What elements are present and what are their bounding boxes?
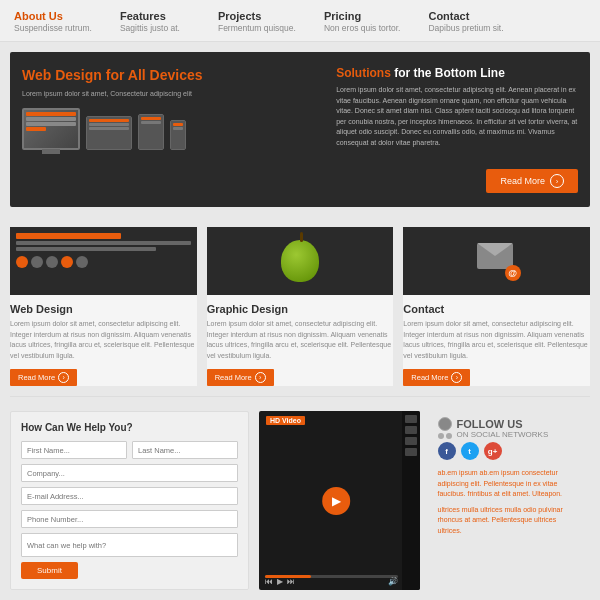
webdesign-icon-1 (16, 256, 28, 268)
device-monitor-icon (22, 108, 80, 150)
email-input[interactable] (21, 487, 238, 505)
card-web-design-arrow-icon: › (58, 372, 69, 383)
nav-item-about[interactable]: About Us Suspendisse rutrum. (14, 10, 92, 33)
nav-item-projects[interactable]: Projects Fermentum quisque. (218, 10, 296, 33)
form-title: How Can We Help You? (21, 422, 238, 433)
video-next-icon[interactable]: ⏭ (287, 577, 295, 586)
card-contact-arrow-icon: › (451, 372, 462, 383)
form-company-row (21, 464, 238, 482)
form-name-row (21, 441, 238, 459)
hero-devices (22, 108, 312, 150)
card-web-design-text: Lorem ipsum dolor sit amet, consectetur … (10, 319, 197, 361)
video-sidebar (402, 411, 420, 590)
video-sidebar-btn-4[interactable] (405, 448, 417, 456)
hero-solution-title: Solutions for the Bottom Line (336, 66, 578, 80)
last-name-input[interactable] (132, 441, 238, 459)
social-text-1-highlight: ab.em ipsum (438, 469, 478, 476)
social-text-1: ab.em ipsum ab.em ipsum consectetur adip… (438, 468, 582, 500)
card-web-design-btn-label: Read More (18, 373, 55, 382)
nav-sub-projects: Fermentum quisque. (218, 23, 296, 33)
message-input[interactable] (21, 533, 238, 557)
hero-subtitle: Lorem ipsum dolor sit amet, Consectetur … (22, 89, 202, 100)
card-graphic-design-text: Lorem ipsum dolor sit amet, consectetur … (207, 319, 394, 361)
card-contact-image: @ (403, 227, 590, 295)
social-section: FOLLOW US ON SOCIAL NETWORKS f t g+ ab.e… (430, 411, 590, 590)
social-header: FOLLOW US ON SOCIAL NETWORKS (438, 417, 582, 439)
read-more-arrow-icon: › (550, 174, 564, 188)
card-web-design-button[interactable]: Read More › (10, 369, 77, 386)
device-tablet-icon (138, 114, 164, 150)
webdesign-row-1 (16, 233, 121, 239)
read-more-button[interactable]: Read More › (486, 169, 578, 193)
video-label: HD Video (266, 416, 305, 425)
nav-title-about: About Us (14, 10, 92, 22)
nav-title-pricing: Pricing (324, 10, 401, 22)
video-play-icon[interactable]: ▶ (277, 577, 283, 586)
contact-form: How Can We Help You? Submit (10, 411, 249, 590)
screen-row-3 (26, 122, 76, 126)
phone-input[interactable] (21, 510, 238, 528)
webdesign-icon-4 (61, 256, 73, 268)
nav-item-contact[interactable]: Contact Dapibus pretium sit. (428, 10, 503, 33)
video-controls: ⏮ ▶ ⏭ 🔊 (265, 577, 398, 586)
social-text-2-highlight: ultrices mulla (438, 506, 479, 513)
navigation: About Us Suspendisse rutrum. Features Sa… (0, 0, 600, 42)
screen-row-4 (26, 127, 46, 131)
googleplus-icon[interactable]: g+ (484, 442, 502, 460)
social-people-icon (438, 417, 452, 439)
card-graphic-design-arrow-icon: › (255, 372, 266, 383)
first-name-input[interactable] (21, 441, 127, 459)
form-phone-row (21, 510, 238, 528)
hero-right: Solutions for the Bottom Line Lorem ipsu… (324, 52, 590, 207)
video-sidebar-btn-2[interactable] (405, 426, 417, 434)
nav-item-features[interactable]: Features Sagittis justo at. (120, 10, 190, 33)
card-graphic-design-button[interactable]: Read More › (207, 369, 274, 386)
card-contact-title: Contact (403, 303, 590, 315)
read-more-label: Read More (500, 176, 545, 186)
webdesign-icon-2 (31, 256, 43, 268)
video-prev-icon[interactable]: ⏮ (265, 577, 273, 586)
form-message-row (21, 533, 238, 557)
social-title: FOLLOW US (457, 418, 549, 430)
video-volume-icon[interactable]: 🔊 (388, 577, 398, 586)
video-player: HD Video ▶ ⏮ ▶ ⏭ 🔊 (259, 411, 420, 590)
social-title-group: FOLLOW US ON SOCIAL NETWORKS (457, 418, 549, 439)
section-divider (10, 396, 590, 397)
device-phone-icon (170, 120, 186, 150)
twitter-icon[interactable]: t (461, 442, 479, 460)
submit-button[interactable]: Submit (21, 562, 78, 579)
screen-row-2 (26, 117, 76, 121)
card-web-design-title: Web Design (10, 303, 197, 315)
envelope-icon (477, 243, 513, 269)
card-graphic-design: Graphic Design Lorem ipsum dolor sit ame… (207, 227, 394, 386)
card-contact-button[interactable]: Read More › (403, 369, 470, 386)
nav-sub-pricing: Non eros quis tortor. (324, 23, 401, 33)
video-sidebar-btn-3[interactable] (405, 437, 417, 445)
company-input[interactable] (21, 464, 238, 482)
nav-title-contact: Contact (428, 10, 503, 22)
hero-title: Web Design for All Devices (22, 66, 312, 84)
social-subtitle: ON SOCIAL NETWORKS (457, 430, 549, 439)
device-laptop-icon (86, 116, 132, 150)
webdesign-row-3 (16, 247, 156, 251)
card-contact: @ Contact Lorem ipsum dolor sit amet, co… (403, 227, 590, 386)
card-graphic-design-image (207, 227, 394, 295)
webdesign-icon-5 (76, 256, 88, 268)
hero-solution-text: Lorem ipsum dolor sit amet, consectetur … (336, 85, 578, 148)
webdesign-icon-3 (46, 256, 58, 268)
apple-icon (281, 240, 319, 282)
video-sidebar-btn-1[interactable] (405, 415, 417, 423)
social-icons-row: f t g+ (438, 442, 582, 460)
hero-solution-plain: for the Bottom Line (394, 66, 505, 80)
webdesign-row-2 (16, 241, 191, 245)
device-monitor-screen (24, 110, 78, 148)
cards-section: Web Design Lorem ipsum dolor sit amet, c… (0, 217, 600, 396)
nav-item-pricing[interactable]: Pricing Non eros quis tortor. (324, 10, 401, 33)
card-web-design-image (10, 227, 197, 295)
video-play-button[interactable]: ▶ (322, 487, 350, 515)
hero-title-highlight: All Devices (128, 67, 203, 83)
facebook-icon[interactable]: f (438, 442, 456, 460)
card-graphic-design-title: Graphic Design (207, 303, 394, 315)
nav-sub-contact: Dapibus pretium sit. (428, 23, 503, 33)
hero-solution-highlight: Solutions (336, 66, 391, 80)
